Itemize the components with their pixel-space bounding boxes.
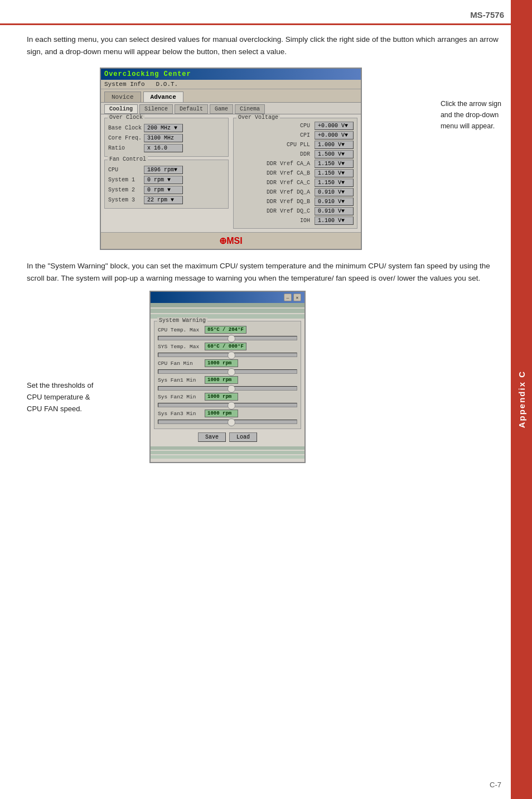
system1-btn[interactable]: 0 rpm ▼ [144, 176, 183, 184]
sw-row-wrapper-1: SYS Temp. Max60°C / 000°F [158, 343, 297, 357]
sw-row-5: Sys Fan3 Min1000 rpm [158, 410, 297, 417]
sw-slider-2[interactable] [158, 369, 297, 374]
voltage-label-6: DDR Vref CA_C [237, 180, 312, 186]
voltage-label-0: CPU [237, 123, 312, 129]
system2-btn[interactable]: 0 rpm ▼ [144, 186, 183, 194]
sw-row-val-5: 1000 rpm [205, 410, 238, 417]
voltage-label-7: DDR Vref DQ_A [237, 189, 312, 195]
sw-row-label-5: Sys Fan3 Min [158, 411, 202, 417]
voltage-btn-7[interactable]: 0.910 V▼ [315, 188, 354, 196]
sw-titlebar: — ✕ [151, 292, 304, 303]
menu-system-info[interactable]: System Info [104, 81, 145, 88]
tab-cooling[interactable]: Cooling [104, 104, 138, 114]
cpu-fan-label: CPU [108, 167, 142, 173]
sw-row-wrapper-5: Sys Fan3 Min1000 rpm [158, 410, 297, 424]
voltage-row-9: DDR Vref DQ_C0.910 V▼ [237, 207, 354, 215]
over-voltage-group: Over Voltage CPU+0.000 V▼CPI+0.000 V▼CPU… [233, 118, 357, 229]
menu-dot[interactable]: D.O.T. [156, 81, 178, 88]
tab-game[interactable]: Game [210, 104, 233, 114]
sw-row-val-1: 60°C / 000°F [205, 343, 246, 350]
base-clock-btn[interactable]: 200 MHz ▼ [144, 124, 183, 132]
voltage-row-8: DDR Vref DQ_B0.910 V▼ [237, 198, 354, 206]
sw-slider-1[interactable] [158, 353, 297, 357]
voltage-row-7: DDR Vref DQ_A0.910 V▼ [237, 188, 354, 196]
annotation1-box: Click the arrow sign and the drop-down m… [441, 68, 501, 132]
voltage-row-10: IOH1.100 V▼ [237, 216, 354, 225]
intro-paragraph: In each setting menu, you can select des… [27, 33, 501, 57]
tab-default[interactable]: Default [175, 104, 208, 114]
ratio-label: Ratio [108, 145, 142, 151]
voltage-row-3: DDR1.500 V▼ [237, 150, 354, 158]
voltage-btn-8[interactable]: 0.910 V▼ [315, 198, 354, 206]
sw-slider-4[interactable] [158, 403, 297, 407]
base-clock-label: Base Clock [108, 125, 142, 131]
sw-slider-5[interactable] [158, 420, 297, 424]
oc-window: Overclocking Center System Info D.O.T. N… [100, 68, 362, 250]
voltage-label-2: CPU PLL [237, 142, 312, 148]
sw-label-line3: CPU FAN speed. [27, 405, 82, 413]
oc-title: Overclocking Center [104, 70, 191, 78]
sw-slider-thumb-4 [228, 402, 235, 410]
sw-row-val-4: 1000 rpm [205, 393, 238, 401]
sw-slider-thumb-3 [228, 385, 235, 393]
system1-label: System 1 [108, 177, 142, 183]
appendix-bar: Appendix C [511, 0, 532, 799]
annotation1-text: Click the arrow sign and the drop-down m… [441, 98, 501, 132]
sw-slider-0[interactable] [158, 336, 297, 340]
sw-row-val-0: 85°C / 204°F [205, 326, 246, 334]
core-freq-btn[interactable]: 3100 MHz [144, 134, 183, 142]
voltage-label-8: DDR Vref DQ_B [237, 199, 312, 205]
minimize-btn[interactable]: — [284, 293, 292, 301]
sw-slider-thumb-0 [228, 335, 235, 343]
sw-slider-3[interactable] [158, 386, 297, 391]
oc-left-panel: Over Clock Base Clock 200 MHz ▼ Core Fre… [104, 118, 229, 229]
oc-body: Over Clock Base Clock 200 MHz ▼ Core Fre… [101, 114, 361, 232]
close-btn[interactable]: ✕ [293, 293, 301, 301]
load-button[interactable]: Load [229, 432, 257, 442]
bottom-stripe2 [151, 451, 304, 454]
tab-advance[interactable]: Advance [143, 92, 183, 102]
voltage-row-4: DDR Vref CA_A1.150 V▼ [237, 160, 354, 168]
voltage-btn-1[interactable]: +0.000 V▼ [315, 131, 354, 139]
system2-row: System 2 0 rpm ▼ [108, 186, 225, 194]
tab-silence[interactable]: Silence [139, 104, 173, 114]
main-content: In each setting menu, you can select des… [27, 33, 501, 463]
voltage-btn-3[interactable]: 1.500 V▼ [315, 150, 354, 158]
voltage-btn-0[interactable]: +0.000 V▼ [315, 122, 354, 130]
system-warning-group: System Warning CPU Temp. Max85°C / 204°F… [154, 321, 301, 429]
sw-rows: CPU Temp. Max85°C / 204°FSYS Temp. Max60… [158, 326, 297, 424]
msi-logo: ⊕MSI [219, 236, 242, 246]
annot1-line1: Click the arrow sign [441, 100, 501, 108]
tab-novice[interactable]: Novice [104, 92, 141, 102]
over-voltage-group-title: Over Voltage [236, 114, 280, 121]
voltage-btn-9[interactable]: 0.910 V▼ [315, 207, 354, 215]
system3-btn[interactable]: 22 rpm ▼ [144, 196, 183, 204]
system3-label: System 3 [108, 197, 142, 203]
fan-control-group-title: Fan Control [108, 156, 148, 162]
voltage-btn-2[interactable]: 1.000 V▼ [315, 141, 354, 149]
voltage-label-9: DDR Vref DQ_C [237, 208, 312, 214]
voltage-btn-5[interactable]: 1.150 V▼ [315, 169, 354, 177]
screenshot2-container: Set the thresholds of CPU temperature & … [27, 291, 501, 463]
ratio-btn[interactable]: x 16.0 [144, 144, 183, 152]
second-paragraph: In the "System Warning" block, you can s… [27, 260, 501, 284]
system-warning-title: System Warning [157, 317, 207, 324]
save-button[interactable]: Save [198, 432, 226, 442]
voltage-row-2: CPU PLL1.000 V▼ [237, 141, 354, 149]
cpu-fan-btn[interactable]: 1896 rpm▼ [144, 166, 183, 174]
sw-row-1: SYS Temp. Max60°C / 000°F [158, 343, 297, 350]
sw-slider-thumb-2 [228, 368, 235, 376]
sw-row-label-3: Sys Fan1 Min [158, 377, 202, 383]
sw-row-2: CPU Fan Min1000 rpm [158, 359, 297, 367]
voltage-btn-10[interactable]: 1.100 V▼ [315, 216, 354, 225]
oc-tabs-level1: Novice Advance [101, 89, 361, 103]
tab-cinema[interactable]: Cinema [235, 104, 265, 114]
voltage-btn-4[interactable]: 1.150 V▼ [315, 160, 354, 168]
sw-footer: Save Load [151, 432, 304, 442]
cpu-fan-row: CPU 1896 rpm▼ [108, 166, 225, 174]
sw-row-wrapper-4: Sys Fan2 Min1000 rpm [158, 393, 297, 407]
voltage-row-1: CPI+0.000 V▼ [237, 131, 354, 139]
stripe1 [151, 303, 304, 307]
sw-row-label-1: SYS Temp. Max [158, 344, 202, 350]
voltage-btn-6[interactable]: 1.150 V▼ [315, 179, 354, 187]
